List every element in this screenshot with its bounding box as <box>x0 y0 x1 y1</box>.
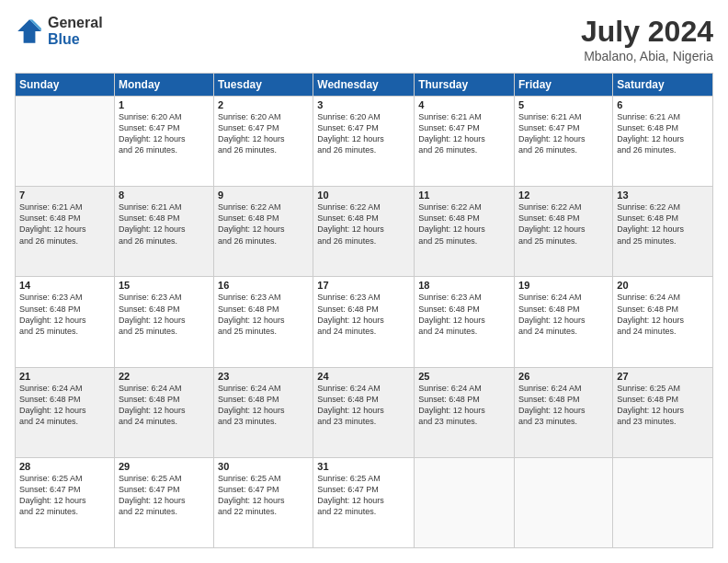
day-cell: 4Sunrise: 6:21 AM Sunset: 6:47 PM Daylig… <box>415 97 515 187</box>
day-info: Sunrise: 6:24 AM Sunset: 6:48 PM Dayligh… <box>418 383 510 428</box>
day-cell: 20Sunrise: 6:24 AM Sunset: 6:48 PM Dayli… <box>613 277 713 367</box>
day-cell: 29Sunrise: 6:25 AM Sunset: 6:47 PM Dayli… <box>114 457 213 547</box>
day-cell: 11Sunrise: 6:22 AM Sunset: 6:48 PM Dayli… <box>415 187 515 277</box>
day-number: 27 <box>617 371 709 382</box>
day-number: 6 <box>617 99 709 110</box>
day-cell: 13Sunrise: 6:22 AM Sunset: 6:48 PM Dayli… <box>613 187 713 277</box>
calendar-header-row: SundayMondayTuesdayWednesdayThursdayFrid… <box>16 74 713 97</box>
day-number: 9 <box>218 190 309 201</box>
day-number: 29 <box>119 461 210 472</box>
day-number: 19 <box>518 280 609 291</box>
day-info: Sunrise: 6:22 AM Sunset: 6:48 PM Dayligh… <box>617 201 709 247</box>
day-number: 24 <box>317 371 410 382</box>
day-cell: 15Sunrise: 6:23 AM Sunset: 6:48 PM Dayli… <box>114 277 213 367</box>
header-thursday: Thursday <box>415 74 515 97</box>
week-row-5: 28Sunrise: 6:25 AM Sunset: 6:47 PM Dayli… <box>16 457 713 547</box>
day-number: 8 <box>119 190 210 201</box>
day-number: 2 <box>218 99 309 110</box>
day-number: 10 <box>317 190 410 201</box>
day-cell: 22Sunrise: 6:24 AM Sunset: 6:48 PM Dayli… <box>114 367 213 457</box>
day-info: Sunrise: 6:24 AM Sunset: 6:48 PM Dayligh… <box>518 292 609 337</box>
logo: General Blue <box>15 15 103 47</box>
header-sunday: Sunday <box>16 74 115 97</box>
day-info: Sunrise: 6:21 AM Sunset: 6:48 PM Dayligh… <box>119 201 210 247</box>
day-cell: 21Sunrise: 6:24 AM Sunset: 6:48 PM Dayli… <box>16 367 115 457</box>
day-info: Sunrise: 6:24 AM Sunset: 6:48 PM Dayligh… <box>518 383 609 428</box>
header-monday: Monday <box>114 74 213 97</box>
day-cell: 14Sunrise: 6:23 AM Sunset: 6:48 PM Dayli… <box>16 277 115 367</box>
day-cell: 5Sunrise: 6:21 AM Sunset: 6:47 PM Daylig… <box>515 97 613 187</box>
logo-icon <box>15 17 44 46</box>
day-cell: 16Sunrise: 6:23 AM Sunset: 6:48 PM Dayli… <box>214 277 313 367</box>
day-cell <box>16 97 115 187</box>
day-number: 13 <box>617 190 709 201</box>
day-info: Sunrise: 6:22 AM Sunset: 6:48 PM Dayligh… <box>418 201 510 247</box>
day-number: 22 <box>119 371 210 382</box>
header-friday: Friday <box>515 74 613 97</box>
main-title: July 2024 <box>581 15 713 49</box>
day-info: Sunrise: 6:24 AM Sunset: 6:48 PM Dayligh… <box>218 383 309 428</box>
day-cell: 17Sunrise: 6:23 AM Sunset: 6:48 PM Dayli… <box>313 277 415 367</box>
week-row-4: 21Sunrise: 6:24 AM Sunset: 6:48 PM Dayli… <box>16 367 713 457</box>
day-number: 17 <box>317 280 410 291</box>
day-number: 11 <box>418 190 510 201</box>
day-cell: 23Sunrise: 6:24 AM Sunset: 6:48 PM Dayli… <box>214 367 313 457</box>
header-saturday: Saturday <box>613 74 713 97</box>
header-tuesday: Tuesday <box>214 74 313 97</box>
day-info: Sunrise: 6:24 AM Sunset: 6:48 PM Dayligh… <box>19 383 110 428</box>
day-info: Sunrise: 6:23 AM Sunset: 6:48 PM Dayligh… <box>317 292 410 337</box>
day-info: Sunrise: 6:22 AM Sunset: 6:48 PM Dayligh… <box>317 201 410 247</box>
day-number: 26 <box>518 371 609 382</box>
day-cell: 30Sunrise: 6:25 AM Sunset: 6:47 PM Dayli… <box>214 457 313 547</box>
day-info: Sunrise: 6:21 AM Sunset: 6:48 PM Dayligh… <box>19 201 110 247</box>
day-cell: 3Sunrise: 6:20 AM Sunset: 6:47 PM Daylig… <box>313 97 415 187</box>
day-info: Sunrise: 6:21 AM Sunset: 6:47 PM Dayligh… <box>518 111 609 156</box>
day-cell <box>515 457 613 547</box>
day-number: 3 <box>317 99 410 110</box>
day-info: Sunrise: 6:23 AM Sunset: 6:48 PM Dayligh… <box>418 292 510 337</box>
day-cell: 24Sunrise: 6:24 AM Sunset: 6:48 PM Dayli… <box>313 367 415 457</box>
day-info: Sunrise: 6:25 AM Sunset: 6:47 PM Dayligh… <box>218 473 309 518</box>
week-row-2: 7Sunrise: 6:21 AM Sunset: 6:48 PM Daylig… <box>16 187 713 277</box>
day-cell: 18Sunrise: 6:23 AM Sunset: 6:48 PM Dayli… <box>415 277 515 367</box>
day-info: Sunrise: 6:25 AM Sunset: 6:47 PM Dayligh… <box>19 473 110 518</box>
week-row-1: 1Sunrise: 6:20 AM Sunset: 6:47 PM Daylig… <box>16 97 713 187</box>
day-info: Sunrise: 6:20 AM Sunset: 6:47 PM Dayligh… <box>218 111 309 156</box>
day-cell: 27Sunrise: 6:25 AM Sunset: 6:48 PM Dayli… <box>613 367 713 457</box>
subtitle: Mbalano, Abia, Nigeria <box>581 49 713 63</box>
day-number: 25 <box>418 371 510 382</box>
day-cell: 12Sunrise: 6:22 AM Sunset: 6:48 PM Dayli… <box>515 187 613 277</box>
day-cell: 28Sunrise: 6:25 AM Sunset: 6:47 PM Dayli… <box>16 457 115 547</box>
day-number: 31 <box>317 461 410 472</box>
day-number: 20 <box>617 280 709 291</box>
day-cell: 26Sunrise: 6:24 AM Sunset: 6:48 PM Dayli… <box>515 367 613 457</box>
day-number: 5 <box>518 99 609 110</box>
day-number: 7 <box>19 190 110 201</box>
title-block: July 2024 Mbalano, Abia, Nigeria <box>581 15 713 63</box>
day-info: Sunrise: 6:24 AM Sunset: 6:48 PM Dayligh… <box>317 383 410 428</box>
day-cell: 6Sunrise: 6:21 AM Sunset: 6:48 PM Daylig… <box>613 97 713 187</box>
day-number: 14 <box>19 280 110 291</box>
calendar-table: SundayMondayTuesdayWednesdayThursdayFrid… <box>15 73 713 548</box>
header-wednesday: Wednesday <box>313 74 415 97</box>
day-cell: 31Sunrise: 6:25 AM Sunset: 6:47 PM Dayli… <box>313 457 415 547</box>
day-number: 21 <box>19 371 110 382</box>
day-cell <box>415 457 515 547</box>
day-info: Sunrise: 6:22 AM Sunset: 6:48 PM Dayligh… <box>218 201 309 247</box>
day-number: 30 <box>218 461 309 472</box>
day-cell: 10Sunrise: 6:22 AM Sunset: 6:48 PM Dayli… <box>313 187 415 277</box>
day-info: Sunrise: 6:21 AM Sunset: 6:48 PM Dayligh… <box>617 111 709 156</box>
day-cell: 25Sunrise: 6:24 AM Sunset: 6:48 PM Dayli… <box>415 367 515 457</box>
day-cell <box>613 457 713 547</box>
day-info: Sunrise: 6:24 AM Sunset: 6:48 PM Dayligh… <box>119 383 210 428</box>
day-number: 16 <box>218 280 309 291</box>
week-row-3: 14Sunrise: 6:23 AM Sunset: 6:48 PM Dayli… <box>16 277 713 367</box>
day-info: Sunrise: 6:23 AM Sunset: 6:48 PM Dayligh… <box>119 292 210 337</box>
day-number: 18 <box>418 280 510 291</box>
day-info: Sunrise: 6:25 AM Sunset: 6:48 PM Dayligh… <box>617 383 709 428</box>
day-number: 28 <box>19 461 110 472</box>
day-info: Sunrise: 6:23 AM Sunset: 6:48 PM Dayligh… <box>19 292 110 337</box>
header: General Blue July 2024 Mbalano, Abia, Ni… <box>15 15 713 63</box>
day-info: Sunrise: 6:20 AM Sunset: 6:47 PM Dayligh… <box>119 111 210 156</box>
day-cell: 9Sunrise: 6:22 AM Sunset: 6:48 PM Daylig… <box>214 187 313 277</box>
